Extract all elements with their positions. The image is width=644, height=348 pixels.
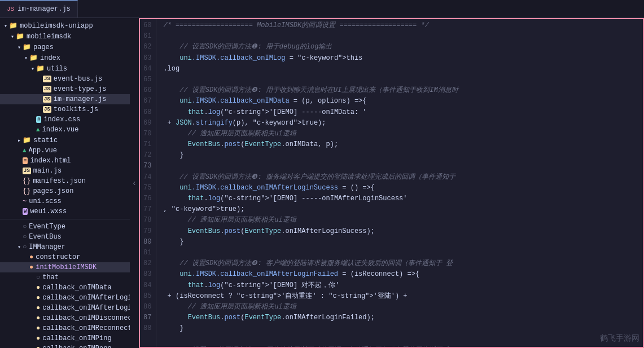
outline-item-initMobileIMSDK[interactable]: ●initMobileIMSDK <box>0 262 130 272</box>
code-line-84: } <box>163 323 644 334</box>
line-num-85: 85 <box>143 291 151 302</box>
outline-item-callback_onIMReconnectSucess[interactable]: ●callback_onIMReconnectSucess <box>0 323 130 333</box>
line-num-67: 67 <box>143 96 151 107</box>
line-num-61: 61 <box>143 31 151 42</box>
code-line-71 <box>163 161 644 171</box>
tree-item-App.vue[interactable]: ▲App.vue <box>0 146 130 156</box>
main-content: 📁mobileimsdk-uniapp📁mobileimsdk📁pages📁in… <box>0 18 644 348</box>
outline-item-callback_onIMAfterLoginFailed[interactable]: ●callback_onIMAfterLoginFailed <box>0 303 130 313</box>
outline-item-EventType[interactable]: ○EventType <box>0 222 130 232</box>
code-line-65: // 设置SDK的回调方法❷: 用于收到聊天消息时在UI上展现出来（事件通知于收… <box>163 85 644 96</box>
tree-item-main.js[interactable]: JSmain.js <box>0 166 130 176</box>
line-numbers: 6061626364656667686970717273747576777879… <box>139 18 156 348</box>
scss-icon: ~ <box>23 197 27 205</box>
tree-label: event-type.js <box>54 85 130 93</box>
tree-item-mobileimsdk-uniapp[interactable]: 📁mobileimsdk-uniapp <box>0 20 130 31</box>
line-num-86: 86 <box>143 302 151 312</box>
tree-item-im-manager.js[interactable]: JSim-manager.js <box>0 94 130 104</box>
tree-label: pages <box>33 43 130 51</box>
code-line-72: // 设置SDK的回调方法❸: 服务端对客户端提交的登陆请求处理完成后的回调（事… <box>163 172 644 183</box>
js-icon: JS <box>23 168 31 174</box>
outline-item-callback_onIMAfterLoginSucess[interactable]: ●callback_onIMAfterLoginSucess <box>0 293 130 303</box>
tab-bar: JS im-manager.js <box>0 0 644 18</box>
outline-item-constructor[interactable]: ●constructor <box>0 252 130 262</box>
arrow-down-icon <box>9 33 16 40</box>
tree-item-index.vue[interactable]: ▲index.vue <box>0 125 130 135</box>
active-tab[interactable]: JS im-manager.js <box>0 0 78 17</box>
tree-item-static[interactable]: 📁static <box>0 135 130 146</box>
arrow-down-icon <box>23 55 29 61</box>
outline-item-that[interactable]: ○that <box>0 272 130 283</box>
folder-open-icon: 📁 <box>9 21 17 30</box>
js-icon: JS <box>43 96 51 103</box>
sidebar-collapse-button[interactable]: ‹ <box>130 18 139 348</box>
code-editor[interactable]: 6061626364656667686970717273747576777879… <box>139 18 644 348</box>
tree-item-event-bus.js[interactable]: JSevent-bus.js <box>0 74 130 84</box>
tree-item-pages.json[interactable]: {}pages.json <box>0 186 130 196</box>
tree-label: uni.scss <box>29 197 130 205</box>
line-num-65: 65 <box>143 74 151 85</box>
file-explorer: 📁mobileimsdk-uniapp📁mobileimsdk📁pages📁in… <box>0 18 130 348</box>
line-num-87: 87 <box>143 312 151 323</box>
code-line-83: EventBus.post(EventType.onIMAfterLoginFa… <box>163 312 644 323</box>
line-num-64: 64 <box>143 64 151 74</box>
tree-item-weui.wxss[interactable]: Wweui.wxss <box>0 206 130 217</box>
tree-item-toolkits.js[interactable]: JStoolkits.js <box>0 104 130 114</box>
code-line-81: that.log("c-string">'[DEMO] 对不起，你' + (is… <box>163 280 644 302</box>
line-num-71: 71 <box>143 139 151 150</box>
method-icon: ● <box>29 263 33 271</box>
prop-icon: ● <box>36 345 40 348</box>
json-icon: {} <box>23 187 30 195</box>
line-num-80: 80 <box>143 237 151 248</box>
arrow-down-icon <box>16 244 23 250</box>
tree-label: utils <box>47 65 130 73</box>
tree-label: toolkits.js <box>54 105 130 113</box>
tree-label: App.vue <box>29 147 130 155</box>
outline-item-callback_onIMPong[interactable]: ●callback_onIMPong <box>0 343 130 348</box>
tree-item-pages[interactable]: 📁pages <box>0 42 130 52</box>
vue-icon: ▲ <box>23 147 27 154</box>
code-line-73: uni.IMSDK.callback_onIMAfterLoginSucess … <box>163 183 644 193</box>
tree-label: mobileimsdk <box>27 33 130 41</box>
tree-label: index.vue <box>42 126 130 134</box>
outline-label: EventType <box>29 223 130 231</box>
outline-item-IMManager[interactable]: ○IMManager <box>0 242 130 252</box>
tree-item-index.html[interactable]: ≡index.html <box>0 156 130 166</box>
outline-label: EventBus <box>29 233 130 241</box>
css-icon: # <box>36 116 41 123</box>
code-line-62: // 设置SDK的回调方法❶: 用于debug的log输出 <box>163 42 644 52</box>
outline-label: callback_onIMReconnectSucess <box>42 324 130 332</box>
code-line-80: uni.IMSDK.callback_onIMAfterLoginFailed … <box>163 269 644 280</box>
var-icon: ○ <box>23 243 27 251</box>
tree-item-mobileimsdk[interactable]: 📁mobileimsdk <box>0 31 130 42</box>
line-num-82: 82 <box>143 258 151 269</box>
code-line-79: // 设置SDK的回调方法❹: 客户端的登陆请求被服务端认证失败后的回调（事件通… <box>163 258 644 269</box>
prop-icon: ● <box>36 334 40 342</box>
tree-label: weui.wxss <box>30 208 130 215</box>
code-line-76: EventBus.post(EventType.onIMAfterLoginSu… <box>163 226 644 237</box>
tree-item-index.css[interactable]: #index.css <box>0 114 130 125</box>
line-num-62: 62 <box>143 42 151 52</box>
prop-icon: ● <box>36 314 40 322</box>
outline-item-callback_onIMData[interactable]: ●callback_onIMData <box>0 283 130 293</box>
tree-item-manifest.json[interactable]: {}manifest.json <box>0 176 130 186</box>
js-icon: JS <box>43 76 51 82</box>
line-num-68: 68 <box>143 107 151 118</box>
json-icon: {} <box>23 177 30 185</box>
code-line-75: // 通知应用层页面刷新相关ui逻辑 <box>163 215 644 226</box>
method-icon: ● <box>29 253 33 261</box>
line-num-83: 83 <box>143 269 151 280</box>
tree-item-index[interactable]: 📁index <box>0 52 130 63</box>
tree-item-uni.scss[interactable]: ~uni.scss <box>0 196 130 206</box>
tree-item-event-type.js[interactable]: JSevent-type.js <box>0 84 130 94</box>
outline-item-callback_onIMPing[interactable]: ●callback_onIMPing <box>0 333 130 343</box>
arrow-down-icon <box>16 44 23 51</box>
outline-item-EventBus[interactable]: ○EventBus <box>0 232 130 242</box>
tree-item-utils[interactable]: 📁utils <box>0 63 130 74</box>
outline-label: callback_onIMPing <box>42 334 130 342</box>
outline-item-callback_onIMDisconnected[interactable]: ●callback_onIMDisconnected <box>0 313 130 323</box>
line-num-74: 74 <box>143 172 151 183</box>
prop-icon: ● <box>36 294 40 302</box>
line-num-70: 70 <box>143 129 151 139</box>
code-line-78 <box>163 248 644 258</box>
